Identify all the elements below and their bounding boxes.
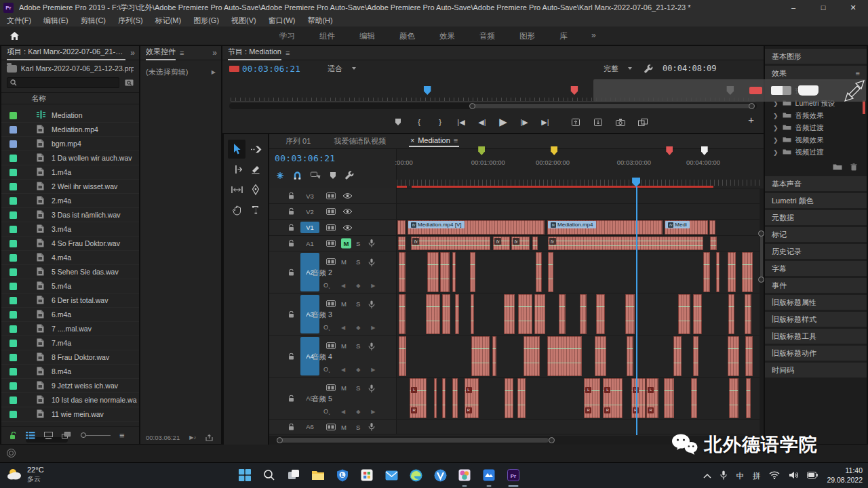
audio-clip-7[interactable] [703, 252, 711, 292]
selection-tool[interactable] [228, 140, 245, 159]
tray-wifi[interactable] [769, 471, 780, 481]
effects-bin-4[interactable]: ❯视频效果 [765, 134, 867, 146]
project-item-18[interactable]: 8.m4a [1, 365, 139, 379]
label-color-chip[interactable] [9, 254, 17, 262]
transport-out-button[interactable]: } [433, 118, 448, 126]
taskbar-app-v-app[interactable] [430, 465, 450, 485]
project-item-12[interactable]: 5.m4a [1, 279, 139, 293]
menu-item-4[interactable]: 标记(M) [155, 16, 182, 26]
keyframe-nav-icon[interactable]: ▶ [371, 325, 375, 331]
track-lock-icon[interactable] [288, 224, 294, 231]
quality-dropdown[interactable]: 完整 [604, 64, 632, 74]
solo-button-A5[interactable]: S [356, 384, 360, 392]
project-item-19[interactable]: 9 Jetzt weiss ich.wav [1, 379, 139, 393]
track-lane-V1[interactable]: fxMediation.mp4 [V]fxMediation.mp4fxMedi [397, 220, 760, 235]
panel-menu-icon[interactable]: ≡ [454, 136, 458, 144]
minimize-button[interactable]: – [778, 0, 808, 15]
toggle-track-output-icon[interactable] [342, 209, 353, 215]
audio-clip-2[interactable] [440, 252, 450, 292]
menu-item-2[interactable]: 剪辑(C) [81, 16, 106, 26]
panel-menu-icon[interactable]: ≡ [285, 49, 290, 57]
menu-item-0[interactable]: 文件(F) [7, 16, 31, 26]
menu-item-3[interactable]: 序列(S) [118, 16, 143, 26]
project-writable-icon[interactable] [9, 432, 17, 440]
audio-clip-7[interactable] [673, 336, 682, 376]
voiceover-mic-icon[interactable] [368, 239, 375, 248]
label-color-chip[interactable] [9, 325, 17, 333]
audio-clip-10[interactable]: LR [646, 378, 658, 418]
track-target-icon[interactable] [326, 424, 336, 430]
mute-button-A3[interactable]: M [341, 300, 347, 308]
project-item-8[interactable]: 3.m4a [1, 222, 139, 237]
panel-header-collapsed-10[interactable]: 旧版标题动作 [765, 346, 867, 361]
voiceover-mic-icon[interactable] [368, 342, 375, 351]
audio-clip-2[interactable] [492, 336, 496, 376]
mute-button-A4[interactable]: M [341, 342, 347, 350]
label-color-chip[interactable] [9, 155, 17, 162]
keyframe-nav-icon[interactable]: ◀ [341, 283, 345, 289]
chevron-right-icon[interactable]: ❯ [773, 137, 778, 144]
project-item-1[interactable]: Mediation.mp4 [1, 123, 139, 137]
track-lock-icon[interactable] [288, 192, 294, 200]
effects-bin-2[interactable]: ❯音频效果 [765, 110, 867, 122]
timeline-timecode[interactable]: 00:03:06:21 [275, 153, 335, 163]
project-item-20[interactable]: 10 Ist das eine normale.wa [1, 393, 139, 407]
mute-button-A6[interactable]: M [341, 423, 347, 430]
panel-header-collapsed-8[interactable]: 旧版标题样式 [765, 312, 867, 327]
audio-clip-2[interactable] [442, 378, 446, 418]
track-lock-icon[interactable] [288, 208, 294, 216]
track-lane-V2[interactable] [397, 204, 760, 219]
audio-clip-4[interactable] [547, 336, 582, 376]
audio-clip-6[interactable] [518, 294, 532, 334]
audio-clip-0[interactable] [399, 252, 406, 292]
add-button[interactable]: + [748, 114, 754, 125]
track-name-A5[interactable]: 音频 5 [312, 394, 332, 404]
taskbar-app-start[interactable] [235, 465, 255, 485]
video-clip-3[interactable]: fxMedi [665, 220, 708, 235]
audio-clip-0[interactable] [399, 294, 406, 334]
close-button[interactable]: ✕ [838, 0, 868, 15]
audio-clip-3[interactable] [455, 294, 459, 334]
maximize-button[interactable]: □ [808, 0, 838, 15]
label-color-chip[interactable] [9, 411, 17, 418]
taskbar-app-pc-manager[interactable] [332, 465, 353, 485]
transport-extract-button[interactable] [591, 119, 606, 126]
transport-export-frame-button[interactable] [613, 119, 628, 126]
label-color-chip[interactable] [9, 240, 17, 247]
play-around-icon[interactable]: ▶♪ [189, 434, 196, 441]
audio-clip-12[interactable] [691, 378, 697, 418]
track-lock-icon[interactable] [288, 310, 294, 318]
track-lock-icon[interactable] [288, 423, 294, 430]
track-name-A3[interactable]: 音频 3 [312, 310, 332, 320]
hand-tool[interactable] [228, 201, 245, 220]
close-icon[interactable]: × [410, 137, 414, 144]
project-item-6[interactable]: 2.m4a [1, 194, 139, 208]
chevron-right-icon[interactable]: ❯ [773, 113, 778, 119]
transport-go-in-button[interactable]: |◀ [454, 118, 469, 127]
timeline-vertical-scrollbar[interactable] [760, 188, 764, 435]
audio-clip-8[interactable] [716, 252, 719, 292]
audio-clip-0[interactable] [399, 336, 407, 376]
source-patch-V2[interactable]: V2 [300, 206, 319, 217]
tray-mic[interactable] [720, 470, 727, 481]
sequence-marker-1[interactable] [551, 146, 557, 155]
transport-compare-button[interactable] [635, 119, 650, 126]
program-scrollbar[interactable] [229, 103, 757, 109]
panel-menu-icon[interactable]: ≡ [180, 49, 184, 57]
search-bin-icon[interactable] [125, 79, 134, 87]
video-clip-1[interactable]: fxMediation.mp4 [V] [408, 220, 545, 235]
track-target-icon[interactable] [326, 258, 336, 265]
keyframe-toggle-icon[interactable]: O˯ [323, 282, 330, 289]
audio-clip-2[interactable] [442, 294, 450, 334]
audio-clip-9[interactable] [728, 252, 736, 292]
fit-dropdown[interactable]: 适合 [328, 64, 356, 74]
video-clip-0[interactable] [397, 220, 406, 235]
project-item-14[interactable]: 6.m4a [1, 308, 139, 322]
audio-clip-3[interactable] [452, 378, 457, 418]
scroll-handle[interactable] [469, 103, 475, 109]
audio-clip-1[interactable] [471, 336, 490, 376]
label-color-chip[interactable] [9, 354, 17, 361]
audio-clip-5[interactable] [595, 336, 606, 376]
project-item-17[interactable]: 8 Frau Doktor.wav [1, 350, 139, 365]
scroll-handle[interactable] [749, 103, 755, 109]
